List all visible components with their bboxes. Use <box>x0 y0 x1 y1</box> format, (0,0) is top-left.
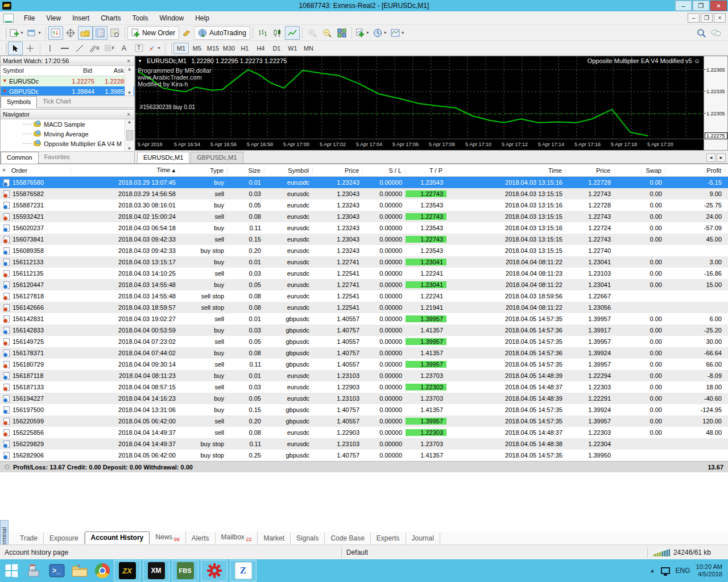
z-app-task-button[interactable]: Z <box>230 560 257 581</box>
menu-item-insert[interactable]: Insert <box>67 12 95 24</box>
horizontal-line-tool-button[interactable] <box>57 41 72 55</box>
tray-expand-icon[interactable]: ▲ <box>650 568 655 573</box>
timeframe-mn-button[interactable]: MN <box>301 43 316 54</box>
chart-tabs-right-icon[interactable]: ► <box>717 153 726 162</box>
navigator-scrollbar[interactable]: ▲ ▼ <box>125 119 134 151</box>
chrome-icon[interactable] <box>91 559 114 582</box>
fbs-terminal-task-button[interactable]: FBS <box>172 560 198 581</box>
terminal-tab-news[interactable]: News 99 <box>150 531 186 544</box>
data-window-button[interactable] <box>107 26 122 40</box>
column-header-time[interactable]: Time ▴ <box>71 167 179 174</box>
terminal-tab-account-history[interactable]: Account History <box>85 531 150 544</box>
menu-item-charts[interactable]: Charts <box>95 12 126 24</box>
scroll-up-icon[interactable]: ▲ <box>127 66 132 72</box>
column-bid[interactable]: Bid <box>60 66 94 76</box>
table-row[interactable]: 1559324212018.04.02 15:00:24sell0.08euru… <box>0 211 728 222</box>
chart-shift-button[interactable] <box>48 26 63 40</box>
column-header-time-close[interactable]: Time <box>446 167 566 174</box>
terminal-tab-journal[interactable]: Journal <box>406 533 440 544</box>
trendline-tool-button[interactable] <box>72 41 87 55</box>
table-row[interactable]: 1561428312018.04.03 19:02:27sell0.01gbpu… <box>0 313 728 325</box>
terminal-tab-experts[interactable]: Experts <box>371 533 406 544</box>
column-header-sl[interactable]: S / L <box>363 167 406 174</box>
table-row[interactable]: 1561426662018.04.03 18:59:57sell stop0.0… <box>0 302 728 313</box>
terminal-tab-mailbox[interactable]: Mailbox 22 <box>216 531 258 544</box>
table-row[interactable]: 1562205992018.04.05 06:42:00sell0.20gbpu… <box>0 415 728 427</box>
terminal-tab-code-base[interactable]: Code Base <box>325 533 370 544</box>
menu-item-help[interactable]: Help <box>189 12 215 24</box>
column-header-type[interactable]: Type <box>179 167 228 174</box>
restore-button[interactable]: ❐ <box>693 1 709 11</box>
column-header-tp[interactable]: T / P <box>406 167 446 174</box>
vertical-line-tool-button[interactable] <box>43 41 57 55</box>
terminal-tab-signals[interactable]: Signals <box>291 533 325 544</box>
scroll-down-icon[interactable]: ▼ <box>127 90 132 95</box>
timeframe-m5-button[interactable]: M5 <box>189 43 205 54</box>
table-row[interactable]: 1561975002018.04.04 13:31:06buy0.15gbpus… <box>0 404 728 415</box>
terminal-tab-exposure[interactable]: Exposure <box>44 533 85 544</box>
column-header-price-close[interactable]: Price <box>566 167 614 174</box>
navigator-item-macd-sample[interactable]: MACD Sample <box>1 119 134 129</box>
table-row[interactable]: 1561121352018.04.03 14:10:25sell0.03euru… <box>0 268 728 279</box>
status-profile[interactable]: Default <box>341 547 478 558</box>
minimize-button[interactable]: – <box>675 1 692 11</box>
table-row[interactable]: 1561871182018.04.04 08:11:23buy0.01eurus… <box>0 370 728 381</box>
line-chart-button[interactable] <box>285 26 300 40</box>
fibonacci-tool-button[interactable]: F <box>102 41 117 55</box>
table-row[interactable]: 1558765822018.03.29 14:56:58sell0.03euru… <box>0 188 728 199</box>
column-header-symbol[interactable]: Symbol <box>264 167 313 174</box>
menu-item-view[interactable]: View <box>40 12 67 24</box>
timeframe-m15-button[interactable]: M15 <box>205 43 221 54</box>
gear-app-task-button[interactable] <box>201 560 228 581</box>
zoom-out-button[interactable] <box>320 26 334 40</box>
timeframe-h1-button[interactable]: H1 <box>237 43 253 54</box>
market-watch-titlebar[interactable]: Market Watch: 17:20:56 × <box>1 56 134 66</box>
periods-button[interactable]: ▼ <box>371 26 389 40</box>
zoom-in-button[interactable] <box>305 26 320 40</box>
search-button[interactable] <box>694 26 709 40</box>
market-watch-row[interactable]: EURUSDc1.222751.22285 <box>1 76 134 86</box>
chart-tab-gbpusdc-m1[interactable]: GBPUSDc,M1 <box>191 152 243 163</box>
table-row[interactable]: 1562258562018.04.04 14:49:37sell0.08euru… <box>0 427 728 438</box>
child-restore-button[interactable]: ❐ <box>701 13 713 23</box>
table-row[interactable]: 1562829062018.04.05 06:42:00buy stop0.25… <box>0 450 728 461</box>
xm-terminal-task-button[interactable]: XM <box>143 560 169 581</box>
bar-chart-button[interactable] <box>255 26 270 40</box>
autotrading-button[interactable]: AutoTrading <box>194 26 250 40</box>
table-row[interactable]: 1561428332018.04.04 00:53:59buy0.03gbpus… <box>0 325 728 336</box>
network-icon[interactable] <box>661 567 670 574</box>
table-row[interactable]: 1560738412018.04.03 09:42:33sell0.15euru… <box>0 234 728 245</box>
scrollbar-thumb[interactable] <box>126 130 133 140</box>
market-watch-toggle-button[interactable] <box>93 26 107 40</box>
column-header-price[interactable]: Price <box>313 167 363 174</box>
chart-plot[interactable]: ▼ EURUSDc,M1 1.22280 1.22295 1.22273 1.2… <box>135 56 704 139</box>
crosshair-button[interactable] <box>63 26 78 40</box>
community-button[interactable] <box>709 26 723 40</box>
tab-favorites[interactable]: Favorites <box>39 152 76 162</box>
scroll-down-icon[interactable]: ▼ <box>127 146 132 151</box>
market-watch-scrollbar[interactable]: ▲ ▼ <box>125 66 134 95</box>
chart-time-axis[interactable]: 5 Apr 20185 Apr 16:545 Apr 16:565 Apr 16… <box>135 139 704 151</box>
navigator-close-icon[interactable]: × <box>125 111 132 118</box>
menu-item-file[interactable]: File <box>18 12 40 24</box>
tab-common[interactable]: Common <box>1 152 39 164</box>
child-close-button[interactable]: × <box>714 13 726 23</box>
terminal-tab-trade[interactable]: Trade <box>14 533 44 544</box>
navigator-item-moving-average[interactable]: Moving Average <box>1 129 134 139</box>
terminal-close-icon[interactable]: × <box>0 167 8 173</box>
server-manager-icon[interactable] <box>23 559 46 582</box>
menu-item-tools[interactable]: Tools <box>127 12 154 24</box>
table-row[interactable]: 1560202372018.04.03 06:54:18buy0.11eurus… <box>0 222 728 234</box>
table-row[interactable]: 1558765802018.03.29 13:07:45buy0.01eurus… <box>0 177 728 188</box>
table-row[interactable]: 1561942272018.04.04 14:16:23buy0.05eurus… <box>0 393 728 404</box>
exness-terminal-task-button[interactable]: ZX <box>114 560 140 581</box>
text-label-tool-button[interactable]: T <box>131 41 146 55</box>
tab-tick-chart[interactable]: Tick Chart <box>37 96 77 106</box>
timeframe-m1-button[interactable]: M1 <box>173 43 189 54</box>
chart-tab-eurusdc-m1[interactable]: EURUSDc,M1 <box>137 152 189 163</box>
close-button[interactable]: × <box>710 1 727 11</box>
timeframe-h4-button[interactable]: H4 <box>253 43 268 54</box>
tile-windows-button[interactable] <box>334 26 349 40</box>
chart-collapse-icon[interactable]: ▼ <box>138 59 142 64</box>
timeframe-m30-button[interactable]: M30 <box>221 43 237 54</box>
